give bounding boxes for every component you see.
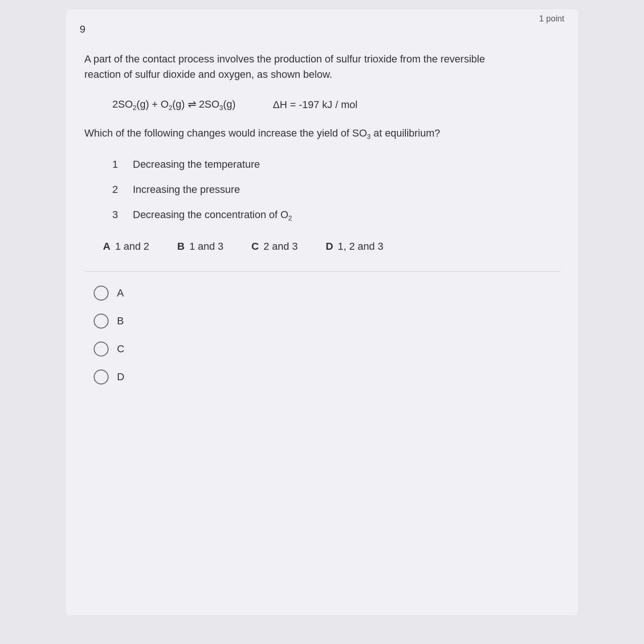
equation-block: 2SO2(g) + O2(g) ⇌ 2SO3(g) ΔH = -197 kJ /…: [112, 98, 560, 111]
radio-circle-a[interactable]: [94, 286, 109, 301]
answer-choice-a: A 1 and 2: [103, 240, 149, 253]
list-item: 3 Decreasing the concentration of O2: [112, 209, 560, 222]
radio-item-b[interactable]: B: [94, 314, 560, 329]
radio-circle-d[interactable]: [94, 370, 109, 384]
yield-question-text: Which of the following changes would inc…: [84, 125, 560, 142]
numbered-options-list: 1 Decreasing the temperature 2 Increasin…: [112, 158, 560, 222]
radio-group: A B C D: [94, 286, 560, 384]
option-num-3: 3: [112, 209, 123, 221]
intro-text: A part of the contact process involves t…: [84, 51, 504, 82]
option-num-1: 1: [112, 158, 123, 171]
option-text-3: Decreasing the concentration of O2: [133, 209, 292, 222]
answer-letter-d: D: [326, 240, 333, 253]
divider: [84, 271, 560, 272]
question-number: 9: [80, 23, 85, 35]
radio-label-b: B: [117, 315, 124, 327]
radio-circle-b[interactable]: [94, 314, 109, 329]
radio-item-d[interactable]: D: [94, 370, 560, 384]
answer-choice-b: B 1 and 3: [177, 240, 223, 253]
radio-item-c[interactable]: C: [94, 342, 560, 356]
answer-letter-b: B: [177, 240, 185, 253]
radio-item-a[interactable]: A: [94, 286, 560, 301]
answer-text-a: 1 and 2: [115, 240, 149, 253]
points-label: 1 point: [539, 14, 564, 24]
answer-choice-c: C 2 and 3: [252, 240, 298, 253]
radio-label-c: C: [117, 343, 124, 355]
list-item: 2 Increasing the pressure: [112, 184, 560, 196]
option-text-1: Decreasing the temperature: [133, 158, 260, 171]
radio-label-a: A: [117, 287, 124, 299]
option-num-2: 2: [112, 184, 123, 196]
chemical-equation: 2SO2(g) + O2(g) ⇌ 2SO3(g): [112, 98, 236, 111]
radio-label-d: D: [117, 371, 124, 383]
answer-text-c: 2 and 3: [263, 240, 297, 253]
option-text-2: Increasing the pressure: [133, 184, 240, 196]
question-container: 9 1 point A part of the contact process …: [66, 9, 578, 615]
answer-choices-row: A 1 and 2 B 1 and 3 C 2 and 3 D 1, 2 and…: [103, 240, 560, 253]
delta-h: ΔH = -197 kJ / mol: [273, 99, 358, 111]
answer-text-d: 1, 2 and 3: [338, 240, 384, 253]
answer-letter-a: A: [103, 240, 110, 253]
list-item: 1 Decreasing the temperature: [112, 158, 560, 171]
radio-circle-c[interactable]: [94, 342, 109, 356]
answer-choice-d: D 1, 2 and 3: [326, 240, 384, 253]
answer-letter-c: C: [252, 240, 259, 253]
answer-text-b: 1 and 3: [189, 240, 223, 253]
